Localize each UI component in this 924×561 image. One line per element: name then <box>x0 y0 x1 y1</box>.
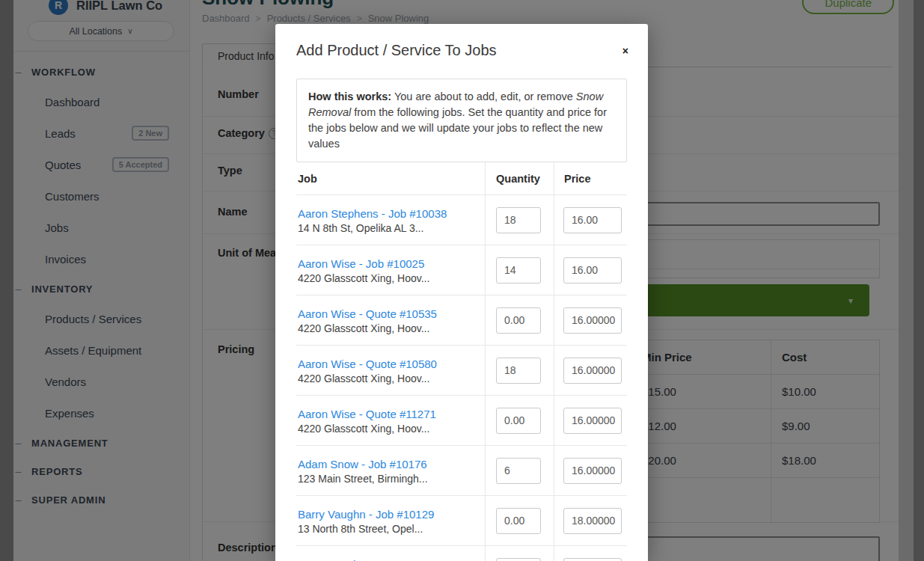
note-text-1: You are about to add, edit, or remove <box>391 91 576 102</box>
price-input[interactable] <box>563 558 622 561</box>
price-input[interactable] <box>563 408 622 434</box>
job-link[interactable]: Aaron Wise - Quote #10580 <box>298 358 479 370</box>
price-input[interactable] <box>563 307 622 334</box>
price-input[interactable] <box>563 508 622 534</box>
job-link[interactable]: Aaron Wise - Quote #10535 <box>298 307 479 320</box>
quantity-input[interactable] <box>496 358 541 384</box>
job-link[interactable]: Aaron Wise - Quote #11271 <box>298 408 479 420</box>
job-row: Aaron Wise - Job #10025 4220 Glasscott X… <box>296 245 627 295</box>
quantity-input[interactable] <box>496 307 541 334</box>
job-column-header: Job <box>296 173 485 185</box>
job-link[interactable]: Barry Vaughn - Quote #10691 <box>298 558 479 561</box>
job-row: Aaron Wise - Quote #10535 4220 Glasscott… <box>296 295 627 346</box>
job-address: 4220 Glasscott Xing, Hoov... <box>298 373 479 384</box>
job-address: 14 N 8th St, Opelika AL 3... <box>298 222 479 234</box>
note-text-2: from the following jobs. Set the quantit… <box>308 106 607 150</box>
modal-body: How this works: You are about to add, ed… <box>275 79 648 561</box>
quantity-input[interactable] <box>496 458 541 484</box>
job-row: Barry Vaughn - Job #10129 13 North 8th S… <box>296 496 627 546</box>
modal-header: Add Product / Service To Jobs × <box>275 24 648 59</box>
jobs-table-body: Aaron Stephens - Job #10038 14 N 8th St,… <box>296 195 627 561</box>
quantity-input[interactable] <box>496 508 541 534</box>
job-address: 4220 Glasscott Xing, Hoov... <box>298 322 479 334</box>
price-input[interactable] <box>563 458 622 484</box>
price-input[interactable] <box>563 207 622 233</box>
job-row: Barry Vaughn - Quote #10691 13 North 8th… <box>296 546 627 561</box>
jobs-table: Job Quantity Price Aaron Stephens - Job … <box>296 162 627 561</box>
price-column-header: Price <box>554 162 627 194</box>
job-link[interactable]: Adam Snow - Job #10176 <box>298 458 479 470</box>
quantity-input[interactable] <box>496 207 541 233</box>
note-bold: How this works: <box>308 91 391 102</box>
close-icon[interactable]: × <box>618 42 633 60</box>
job-address: 4220 Glasscott Xing, Hoov... <box>298 423 479 435</box>
quantity-input[interactable] <box>496 408 541 434</box>
jobs-table-header: Job Quantity Price <box>296 162 627 195</box>
how-this-works-note: How this works: You are about to add, ed… <box>296 79 627 162</box>
price-input[interactable] <box>563 358 622 384</box>
job-row: Aaron Stephens - Job #10038 14 N 8th St,… <box>296 195 627 245</box>
quantity-input[interactable] <box>496 558 541 561</box>
job-link[interactable]: Aaron Stephens - Job #10038 <box>298 207 479 220</box>
job-address: 13 North 8th Street, Opel... <box>298 523 479 535</box>
price-input[interactable] <box>563 257 622 283</box>
job-address: 123 Main Street, Birmingh... <box>298 473 479 485</box>
job-row: Adam Snow - Job #10176 123 Main Street, … <box>296 446 627 496</box>
quantity-input[interactable] <box>496 257 541 283</box>
job-address: 4220 Glasscott Xing, Hoov... <box>298 272 479 284</box>
job-link[interactable]: Barry Vaughn - Job #10129 <box>298 508 479 521</box>
modal-title: Add Product / Service To Jobs <box>296 42 627 59</box>
job-row: Aaron Wise - Quote #11271 4220 Glasscott… <box>296 396 627 446</box>
job-link[interactable]: Aaron Wise - Job #10025 <box>298 257 479 270</box>
add-product-to-jobs-modal: Add Product / Service To Jobs × How this… <box>275 24 648 561</box>
job-row: Aaron Wise - Quote #10580 4220 Glasscott… <box>296 346 627 396</box>
quantity-column-header: Quantity <box>485 162 554 194</box>
